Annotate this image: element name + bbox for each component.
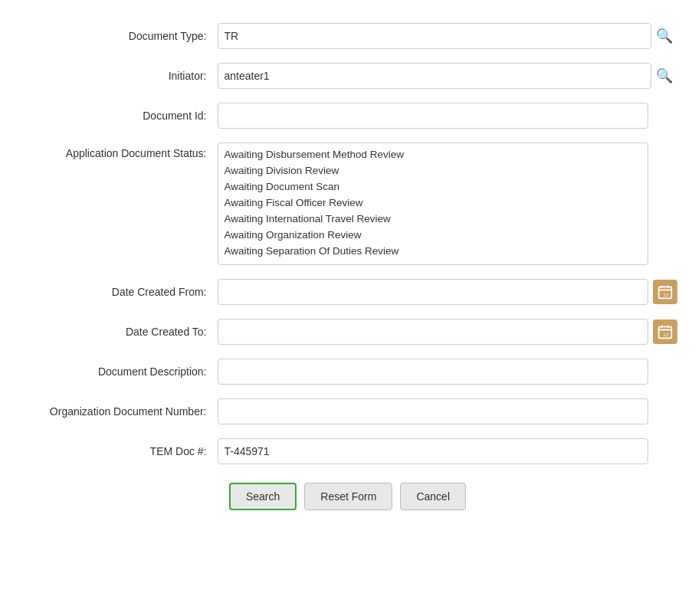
initiator-label: Initiator:	[18, 70, 218, 82]
tem-doc-input[interactable]	[218, 438, 648, 464]
document-id-input[interactable]	[218, 103, 648, 129]
date-created-from-calendar-icon[interactable]: 12	[653, 280, 677, 304]
org-doc-number-label: Organization Document Number:	[18, 405, 218, 418]
reset-form-button[interactable]: Reset Form	[304, 483, 392, 510]
svg-text:12: 12	[663, 293, 667, 297]
document-id-label: Document Id:	[18, 110, 218, 122]
initiator-search-icon[interactable]: 🔍	[651, 67, 677, 84]
tem-doc-row: TEM Doc #:	[18, 438, 677, 464]
document-description-row: Document Description:	[18, 359, 677, 385]
initiator-row: Initiator: 🔍	[18, 63, 677, 89]
app-doc-status-select[interactable]: Awaiting Disbursement Method ReviewAwait…	[218, 143, 648, 265]
search-form: Document Type: 🔍 Initiator: 🔍 Document I…	[18, 23, 677, 510]
tem-doc-label: TEM Doc #:	[18, 445, 218, 457]
date-created-to-input[interactable]	[218, 319, 648, 345]
org-doc-number-input[interactable]	[218, 398, 648, 424]
cancel-button[interactable]: Cancel	[400, 483, 466, 510]
buttons-row: Search Reset Form Cancel	[18, 483, 677, 510]
document-id-row: Document Id:	[18, 103, 677, 129]
document-type-label: Document Type:	[18, 30, 218, 42]
date-created-to-row: Date Created To: 12	[18, 319, 677, 345]
document-description-input[interactable]	[218, 359, 648, 385]
date-created-from-label: Date Created From:	[18, 286, 218, 298]
document-type-search-icon[interactable]: 🔍	[651, 28, 677, 44]
date-created-from-input[interactable]	[218, 279, 648, 305]
date-created-to-calendar-icon[interactable]: 12	[653, 319, 677, 344]
date-created-to-label: Date Created To:	[18, 326, 218, 338]
initiator-input[interactable]	[218, 63, 651, 89]
app-doc-status-label: Application Document Status:	[18, 143, 218, 159]
document-description-label: Document Description:	[18, 365, 218, 378]
document-type-row: Document Type: 🔍	[18, 23, 677, 49]
app-doc-status-row: Application Document Status: Awaiting Di…	[18, 143, 677, 265]
org-doc-number-row: Organization Document Number:	[18, 398, 677, 424]
document-type-input[interactable]	[218, 23, 651, 49]
date-created-from-row: Date Created From: 12	[18, 279, 677, 305]
svg-text:12: 12	[663, 333, 667, 337]
search-button[interactable]: Search	[229, 483, 297, 510]
